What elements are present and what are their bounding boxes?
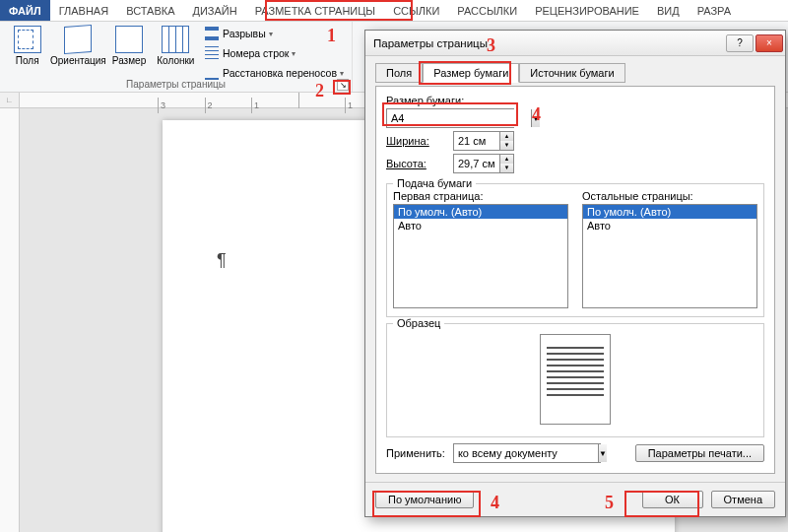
columns-label: Колонки [157, 55, 194, 66]
apply-to-value[interactable] [454, 444, 598, 462]
line-numbers-button[interactable]: Номера строк▾ [201, 43, 348, 63]
ruler-mark: 3 [158, 98, 202, 113]
dialog-tab-paper[interactable]: Размер бумаги [423, 63, 519, 83]
paper-size-combo[interactable]: ▼ [386, 108, 514, 128]
paper-feed-legend: Подача бумаги [393, 177, 476, 189]
tab-design[interactable]: ДИЗАЙН [183, 0, 245, 21]
sample-legend: Образец [393, 317, 444, 329]
tab-references[interactable]: ССЫЛКИ [384, 0, 448, 21]
margins-button[interactable]: Поля [4, 24, 50, 83]
height-label: Высота: [386, 158, 453, 169]
tab-file[interactable]: ФАЙЛ [0, 0, 50, 21]
width-value[interactable] [454, 132, 499, 150]
apply-to-combo[interactable]: ▼ [453, 443, 601, 463]
dialog-tab-fields[interactable]: Поля [375, 63, 423, 83]
ruler-corner: ∟ [0, 93, 20, 108]
apply-to-label: Применить: [386, 447, 445, 459]
orientation-icon [64, 25, 92, 54]
size-button[interactable]: Размер [105, 24, 152, 83]
breaks-label: Разрывы [223, 28, 266, 39]
list-item[interactable]: Авто [583, 219, 756, 233]
spin-up-icon[interactable]: ▲ [499, 132, 513, 141]
other-pages-label: Остальные страницы: [582, 190, 757, 202]
tab-insert[interactable]: ВСТАВКА [117, 0, 183, 21]
tab-developer[interactable]: РАЗРА [689, 0, 740, 21]
breaks-icon [205, 27, 219, 40]
first-page-label: Первая страница: [393, 190, 568, 202]
page-setup-launcher[interactable]: ↘ [337, 79, 349, 91]
height-spinner[interactable]: ▲▼ [453, 154, 514, 173]
spin-down-icon[interactable]: ▼ [499, 141, 513, 150]
vertical-ruler[interactable] [0, 108, 20, 532]
width-label: Ширина: [386, 135, 453, 147]
group-page-setup: Поля Ориентация Размер Колонки Разрывы▾ [0, 22, 353, 92]
margins-icon [14, 26, 41, 53]
cancel-button[interactable]: Отмена [711, 491, 775, 508]
tab-review[interactable]: РЕЦЕНЗИРОВАНИЕ [526, 0, 648, 21]
list-item[interactable]: Авто [394, 219, 567, 233]
chevron-down-icon: ▾ [292, 49, 296, 58]
orientation-button[interactable]: Ориентация [50, 24, 105, 83]
tab-view[interactable]: ВИД [648, 0, 689, 21]
orientation-label: Ориентация [50, 55, 106, 66]
ribbon-tabstrip: ФАЙЛ ГЛАВНАЯ ВСТАВКА ДИЗАЙН РАЗМЕТКА СТР… [0, 0, 788, 22]
list-item[interactable]: По умолч. (Авто) [394, 205, 567, 219]
group-page-setup-label: Параметры страницы [126, 79, 226, 90]
chevron-down-icon[interactable]: ▼ [598, 444, 607, 462]
dialog-tab-source[interactable]: Источник бумаги [519, 63, 624, 83]
dialog-titlebar[interactable]: Параметры страницы ? × [365, 31, 785, 56]
tab-page-layout[interactable]: РАЗМЕТКА СТРАНИЦЫ [246, 0, 384, 21]
chevron-down-icon: ▾ [269, 30, 273, 38]
line-numbers-label: Номера строк [223, 47, 289, 59]
help-button[interactable]: ? [726, 34, 754, 52]
other-pages-listbox[interactable]: По умолч. (Авто) Авто [582, 204, 757, 308]
tab-home[interactable]: ГЛАВНАЯ [50, 0, 117, 21]
close-button[interactable]: × [755, 34, 783, 52]
ruler-mark: 2 [205, 98, 249, 113]
paper-size-value[interactable] [387, 109, 531, 127]
spin-down-icon[interactable]: ▼ [499, 164, 513, 172]
dialog-tabs: Поля Размер бумаги Источник бумаги [375, 62, 775, 82]
margins-label: Поля [16, 55, 39, 66]
tab-mailings[interactable]: РАССЫЛКИ [448, 0, 526, 21]
print-options-button[interactable]: Параметры печати... [635, 444, 764, 462]
ok-button[interactable]: ОК [642, 491, 703, 508]
size-icon [115, 26, 143, 53]
list-item[interactable]: По умолч. (Авто) [583, 205, 756, 219]
dialog-title: Параметры страницы [373, 37, 724, 49]
breaks-button[interactable]: Разрывы▾ [201, 24, 348, 43]
paper-size-legend: Размер бумаги: [386, 95, 764, 106]
paragraph-mark: ¶ [217, 250, 227, 271]
first-page-listbox[interactable]: По умолч. (Авто) Авто [393, 204, 568, 308]
height-value[interactable] [454, 155, 499, 172]
spin-up-icon[interactable]: ▲ [499, 155, 513, 164]
size-label: Размер [112, 55, 146, 66]
columns-icon [162, 26, 189, 53]
ruler-mark [298, 93, 343, 108]
width-spinner[interactable]: ▲▼ [453, 131, 514, 151]
set-default-button[interactable]: По умолчанию [375, 491, 474, 508]
page-setup-dialog: Параметры страницы ? × Поля Размер бумаг… [364, 30, 786, 517]
sample-preview [540, 334, 611, 425]
line-numbers-icon [205, 46, 219, 60]
ruler-mark: 1 [251, 98, 296, 113]
chevron-down-icon[interactable]: ▼ [531, 109, 540, 127]
columns-button[interactable]: Колонки [153, 24, 199, 83]
